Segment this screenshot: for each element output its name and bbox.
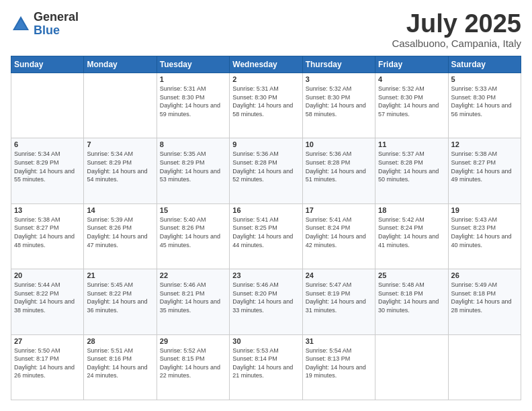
day-info: Sunrise: 5:41 AMSunset: 8:25 PMDaylight:… [232, 216, 299, 249]
calendar-cell: 3Sunrise: 5:32 AMSunset: 8:30 PMDaylight… [302, 73, 375, 138]
title-block: July 2025 Casalbuono, Campania, Italy [392, 11, 521, 49]
calendar-cell: 2Sunrise: 5:31 AMSunset: 8:30 PMDaylight… [230, 73, 302, 138]
day-number: 23 [232, 271, 299, 279]
calendar-cell: 14Sunrise: 5:39 AMSunset: 8:26 PMDayligh… [84, 203, 157, 269]
weekday-header: Wednesday [230, 56, 302, 73]
day-info: Sunrise: 5:39 AMSunset: 8:26 PMDaylight:… [87, 216, 153, 249]
header: General Blue July 2025 Casalbuono, Campa… [11, 11, 521, 49]
calendar-cell: 31Sunrise: 5:54 AMSunset: 8:13 PMDayligh… [302, 334, 375, 400]
day-number: 5 [451, 75, 518, 83]
logo-general: General [34, 11, 79, 24]
calendar-cell: 23Sunrise: 5:46 AMSunset: 8:20 PMDayligh… [230, 269, 302, 334]
calendar-cell: 1Sunrise: 5:31 AMSunset: 8:30 PMDaylight… [157, 73, 229, 138]
weekday-header: Thursday [302, 56, 375, 73]
logo-text: General Blue [34, 11, 79, 38]
day-number: 18 [378, 206, 445, 214]
day-info: Sunrise: 5:38 AMSunset: 8:27 PMDaylight:… [14, 216, 81, 249]
day-info: Sunrise: 5:37 AMSunset: 8:28 PMDaylight:… [378, 150, 445, 183]
calendar-week-row: 20Sunrise: 5:44 AMSunset: 8:22 PMDayligh… [11, 269, 521, 334]
day-info: Sunrise: 5:32 AMSunset: 8:30 PMDaylight:… [378, 85, 445, 118]
calendar-cell: 11Sunrise: 5:37 AMSunset: 8:28 PMDayligh… [375, 138, 448, 203]
day-info: Sunrise: 5:33 AMSunset: 8:30 PMDaylight:… [451, 85, 518, 118]
calendar-cell: 7Sunrise: 5:34 AMSunset: 8:29 PMDaylight… [84, 138, 157, 203]
weekday-header: Friday [375, 56, 448, 73]
calendar-week-row: 1Sunrise: 5:31 AMSunset: 8:30 PMDaylight… [11, 73, 521, 138]
calendar-cell [11, 73, 84, 138]
day-number: 3 [306, 75, 372, 83]
weekday-header: Tuesday [157, 56, 229, 73]
day-number: 25 [378, 271, 445, 279]
calendar-cell: 30Sunrise: 5:53 AMSunset: 8:14 PMDayligh… [230, 334, 302, 400]
day-info: Sunrise: 5:45 AMSunset: 8:22 PMDaylight:… [87, 281, 153, 314]
day-number: 21 [87, 271, 153, 279]
day-info: Sunrise: 5:36 AMSunset: 8:28 PMDaylight:… [232, 150, 299, 183]
weekday-header: Sunday [11, 56, 84, 73]
day-info: Sunrise: 5:41 AMSunset: 8:24 PMDaylight:… [306, 216, 372, 249]
calendar-table: SundayMondayTuesdayWednesdayThursdayFrid… [11, 56, 521, 400]
day-number: 15 [160, 206, 226, 214]
calendar-cell: 6Sunrise: 5:34 AMSunset: 8:29 PMDaylight… [11, 138, 84, 203]
day-number: 4 [378, 75, 445, 83]
calendar-week-row: 27Sunrise: 5:50 AMSunset: 8:17 PMDayligh… [11, 334, 521, 400]
day-info: Sunrise: 5:40 AMSunset: 8:26 PMDaylight:… [160, 216, 226, 249]
day-info: Sunrise: 5:34 AMSunset: 8:29 PMDaylight:… [87, 150, 153, 183]
day-info: Sunrise: 5:46 AMSunset: 8:20 PMDaylight:… [232, 281, 299, 314]
day-number: 26 [451, 271, 518, 279]
location-title: Casalbuono, Campania, Italy [392, 38, 521, 49]
weekday-header: Monday [84, 56, 157, 73]
day-number: 20 [14, 271, 81, 279]
day-number: 12 [451, 140, 518, 148]
day-info: Sunrise: 5:31 AMSunset: 8:30 PMDaylight:… [232, 85, 299, 118]
day-info: Sunrise: 5:49 AMSunset: 8:18 PMDaylight:… [451, 281, 518, 314]
day-info: Sunrise: 5:34 AMSunset: 8:29 PMDaylight:… [14, 150, 81, 183]
calendar-week-row: 6Sunrise: 5:34 AMSunset: 8:29 PMDaylight… [11, 138, 521, 203]
month-title: July 2025 [392, 11, 521, 36]
day-info: Sunrise: 5:38 AMSunset: 8:27 PMDaylight:… [451, 150, 518, 183]
logo-icon [11, 14, 31, 34]
day-number: 30 [232, 337, 299, 345]
day-number: 29 [160, 337, 226, 345]
day-number: 22 [160, 271, 226, 279]
calendar-cell [375, 334, 448, 400]
day-number: 6 [14, 140, 81, 148]
calendar-cell: 9Sunrise: 5:36 AMSunset: 8:28 PMDaylight… [230, 138, 302, 203]
calendar-cell: 13Sunrise: 5:38 AMSunset: 8:27 PMDayligh… [11, 203, 84, 269]
calendar-cell: 28Sunrise: 5:51 AMSunset: 8:16 PMDayligh… [84, 334, 157, 400]
calendar-cell: 15Sunrise: 5:40 AMSunset: 8:26 PMDayligh… [157, 203, 229, 269]
calendar-cell: 12Sunrise: 5:38 AMSunset: 8:27 PMDayligh… [448, 138, 521, 203]
day-info: Sunrise: 5:52 AMSunset: 8:15 PMDaylight:… [160, 347, 226, 380]
day-info: Sunrise: 5:54 AMSunset: 8:13 PMDaylight:… [306, 347, 372, 380]
day-info: Sunrise: 5:35 AMSunset: 8:29 PMDaylight:… [160, 150, 226, 183]
calendar-cell: 18Sunrise: 5:42 AMSunset: 8:24 PMDayligh… [375, 203, 448, 269]
weekday-header: Saturday [448, 56, 521, 73]
day-info: Sunrise: 5:50 AMSunset: 8:17 PMDaylight:… [14, 347, 81, 380]
day-number: 16 [232, 206, 299, 214]
calendar-cell [84, 73, 157, 138]
day-number: 8 [160, 140, 226, 148]
day-info: Sunrise: 5:43 AMSunset: 8:23 PMDaylight:… [451, 216, 518, 249]
calendar-week-row: 13Sunrise: 5:38 AMSunset: 8:27 PMDayligh… [11, 203, 521, 269]
day-number: 11 [378, 140, 445, 148]
calendar-cell: 27Sunrise: 5:50 AMSunset: 8:17 PMDayligh… [11, 334, 84, 400]
day-number: 14 [87, 206, 153, 214]
day-number: 9 [232, 140, 299, 148]
day-info: Sunrise: 5:42 AMSunset: 8:24 PMDaylight:… [378, 216, 445, 249]
calendar-cell: 25Sunrise: 5:48 AMSunset: 8:18 PMDayligh… [375, 269, 448, 334]
calendar-cell: 10Sunrise: 5:36 AMSunset: 8:28 PMDayligh… [302, 138, 375, 203]
day-number: 1 [160, 75, 226, 83]
calendar-cell [448, 334, 521, 400]
day-number: 10 [306, 140, 372, 148]
day-info: Sunrise: 5:36 AMSunset: 8:28 PMDaylight:… [306, 150, 372, 183]
calendar-cell: 20Sunrise: 5:44 AMSunset: 8:22 PMDayligh… [11, 269, 84, 334]
calendar-cell: 5Sunrise: 5:33 AMSunset: 8:30 PMDaylight… [448, 73, 521, 138]
day-number: 24 [306, 271, 372, 279]
calendar-cell: 26Sunrise: 5:49 AMSunset: 8:18 PMDayligh… [448, 269, 521, 334]
day-info: Sunrise: 5:47 AMSunset: 8:19 PMDaylight:… [306, 281, 372, 314]
day-number: 27 [14, 337, 81, 345]
day-info: Sunrise: 5:31 AMSunset: 8:30 PMDaylight:… [160, 85, 226, 118]
day-info: Sunrise: 5:44 AMSunset: 8:22 PMDaylight:… [14, 281, 81, 314]
calendar-cell: 24Sunrise: 5:47 AMSunset: 8:19 PMDayligh… [302, 269, 375, 334]
day-number: 2 [232, 75, 299, 83]
day-number: 31 [306, 337, 372, 345]
weekday-header-row: SundayMondayTuesdayWednesdayThursdayFrid… [11, 56, 521, 73]
